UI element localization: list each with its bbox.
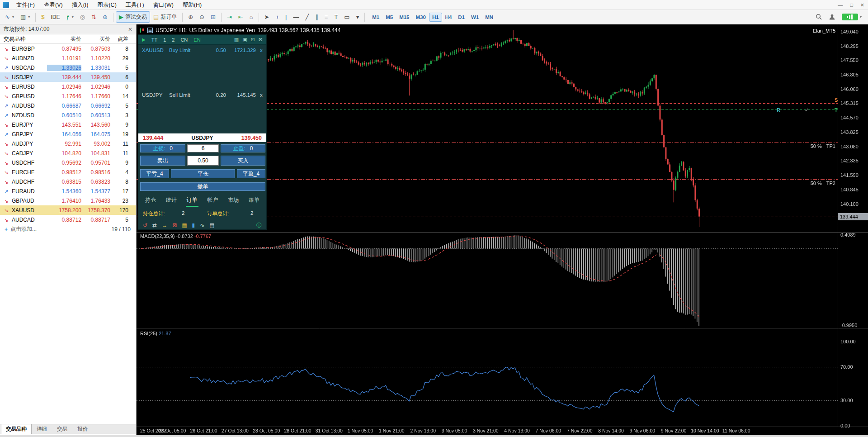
close-icon[interactable]: ✕ [860,2,864,8]
user-icon[interactable] [829,14,835,20]
panel-chart-icon[interactable]: ▥ [234,37,239,43]
timeframe-m30[interactable]: M30 [413,13,429,21]
report-icon[interactable]: ▤ [209,222,214,228]
panel-close-icon[interactable]: ⊠ [259,37,263,43]
market-watch-tab-详细[interactable]: 详细 [32,424,52,434]
menu-item-5[interactable]: 窗口(W) [149,0,178,10]
pending-order-row-usdjpy[interactable]: USDJPYSell Limit0.20145.145x [138,92,266,99]
web-terminal-icon[interactable]: ⊕ [100,13,110,21]
market-row-usdjpy[interactable]: ↘USDJPY139.444139.4506 [0,72,136,82]
market-row-cadjpy[interactable]: ↘CADJPY104.820104.83111 [0,148,136,158]
market-row-audchf[interactable]: ↘AUDCHF0.638150.638238 [0,177,136,186]
chart-window-icon[interactable]: ▥▾ [18,13,33,21]
timeframe-w1[interactable]: W1 [468,13,481,21]
info-icon[interactable]: ⓘ [256,222,262,229]
market-row-gbpusd[interactable]: ↘GBPUSD1.176461.1766014 [0,91,136,101]
auto-scroll-icon[interactable]: ⌂ [247,13,256,21]
column-header-3[interactable]: 点差 [110,35,133,43]
market-row-gbpaud[interactable]: ↘GBPAUD1.764101.7643323 [0,196,136,205]
market-row-eurchf[interactable]: ↘EURCHF0.985120.985164 [0,167,136,177]
chart-area[interactable]: USDJPY, H1: US Dollar vs Japanese Yen 13… [137,24,868,435]
connection-status[interactable]: ▾ [842,14,862,20]
menu-item-6[interactable]: 帮助(H) [178,0,206,10]
maximize-icon[interactable]: □ [850,2,853,8]
mini-chart-icon[interactable]: ∿ [200,222,204,228]
algo-trading-button[interactable]: ▶算法交易 [116,12,150,22]
order-close-icon[interactable]: x [260,48,263,53]
close-box-icon[interactable]: ⊠ [172,222,177,228]
panel-top-item-cn[interactable]: CN [180,37,188,43]
shapes-icon[interactable]: ▭ [341,13,352,21]
add-symbol-row[interactable]: + 点击添加... 19 / 110 [0,224,136,234]
zoom-in-icon[interactable]: ⊕ [185,13,196,21]
order-close-icon[interactable]: x [260,92,263,98]
panel-tab-持仓[interactable]: 持仓 [144,195,157,207]
play-icon[interactable]: ▶ [142,37,146,42]
indicators-icon[interactable]: ƒ▾ [63,13,76,21]
menu-item-2[interactable]: 插入(I) [67,0,93,10]
column-header-0[interactable]: 交易品种 [0,35,47,43]
timeframe-mn[interactable]: MN [482,13,496,21]
market-row-usdcad[interactable]: ↗USDCAD1.330261.330315 [0,63,136,72]
market-row-audnzd[interactable]: ↘AUDNZD1.101911.1022029 [0,53,136,63]
panel-tab-统计[interactable]: 统计 [165,195,178,207]
depth-of-market-icon[interactable]: ⇅ [89,13,99,21]
market-row-xauusd[interactable]: ↘XAUUSD1758.2001758.370170 [0,205,136,215]
sell-button[interactable]: 卖出 [140,156,185,166]
menu-item-4[interactable]: 工具(T) [121,0,149,10]
close-all-button[interactable]: 平仓 [171,169,235,178]
crosshair-icon[interactable]: + [273,13,282,21]
market-watch-tab-交易[interactable]: 交易 [52,424,72,434]
take-profit-box[interactable]: 止盈: 0 [221,144,265,152]
cancel-orders-button[interactable]: 撤单 [140,182,265,191]
panel-tab-市场[interactable]: 市场 [227,195,240,207]
tile-windows-icon[interactable]: ⊞ [208,13,218,21]
panel-top-item-en[interactable]: EN [193,37,200,43]
column-header-1[interactable]: 卖价 [47,35,81,43]
trendline-icon[interactable]: ╱ [302,13,311,21]
pending-order-row-xauusd[interactable]: XAUUSDBuy Limit0.501721.329x [138,48,266,54]
panel-top-item-tt[interactable]: TT [151,37,157,43]
column-header-2[interactable]: 买价 [81,35,110,43]
menu-item-3[interactable]: 图表(C) [93,0,121,10]
grid-icon[interactable]: ▦ [182,222,187,228]
panel-window-icon[interactable]: ▣ [242,37,247,43]
zoom-out-icon[interactable]: ⊖ [197,13,207,21]
chart-shift-icon[interactable]: ⇤ [236,13,246,21]
market-row-audusd[interactable]: ↗AUDUSD0.666870.666925 [0,101,136,110]
close-profit-button[interactable]: 平盈_4 [237,169,265,178]
buy-button[interactable]: 买入 [221,156,265,166]
scroll-to-end-icon[interactable]: ⇥ [224,13,235,21]
market-watch-tab-报价[interactable]: 报价 [72,424,93,434]
panel-top-item-2[interactable]: 2 [172,37,175,43]
new-order-button[interactable]: ▤新订单 [151,12,179,22]
market-row-eurusd[interactable]: ↘EURUSD1.029461.029460 [0,82,136,91]
horizontal-line-icon[interactable]: — [290,13,302,21]
market-row-nzdusd[interactable]: ↗NZDUSD0.605100.605133 [0,110,136,120]
close-icon[interactable]: ✕ [128,26,132,33]
market-row-euraud[interactable]: ↗EURAUD1.543601.5437717 [0,186,136,196]
objects-list-icon[interactable]: ◎ [77,13,88,21]
panel-tab-跟单[interactable]: 跟单 [248,195,260,207]
timeframe-m15[interactable]: M15 [396,13,412,21]
symbols-icon[interactable]: $ [38,13,47,21]
market-row-eurjpy[interactable]: ↘EURJPY143.551143.5609 [0,120,136,129]
columns-icon[interactable]: ▮ [192,222,195,228]
timeframe-h1[interactable]: H1 [429,13,442,21]
market-row-usdchf[interactable]: ↘USDCHF0.956920.957019 [0,158,136,167]
minimize-icon[interactable]: — [838,2,843,8]
panel-tab-帐户[interactable]: 帐户 [206,195,219,207]
more-objects-icon[interactable]: ▾ [354,13,362,21]
reset-icon[interactable]: ↺ [143,222,147,228]
swap-icon[interactable]: ⇄ [152,222,157,228]
forward-icon[interactable]: → [162,222,167,228]
menu-item-0[interactable]: 文件(F) [12,0,39,10]
menu-item-1[interactable]: 查看(V) [39,0,67,10]
cursor-icon[interactable]: ➤ [262,13,272,21]
market-row-audjpy[interactable]: ↘AUDJPY92.99193.00211 [0,139,136,148]
search-icon[interactable] [816,14,822,20]
market-row-gbpjpy[interactable]: ↗GBPJPY164.056164.07519 [0,129,136,139]
stop-loss-box[interactable]: 止损: 0 [140,144,185,152]
fibonacci-icon[interactable]: ≡ [322,13,331,21]
vertical-line-icon[interactable]: | [283,13,289,21]
